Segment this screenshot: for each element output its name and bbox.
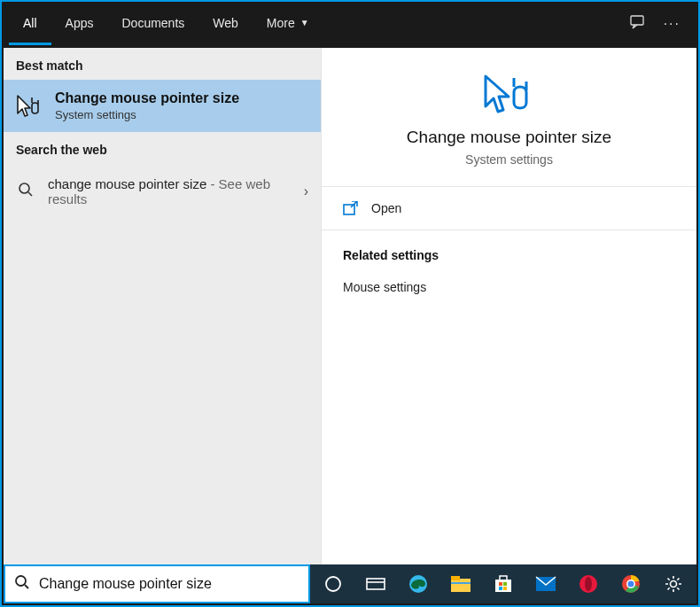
- svg-line-2: [28, 192, 32, 196]
- mail-icon[interactable]: [528, 566, 564, 602]
- best-match-text: Change mouse pointer size System setting…: [55, 90, 239, 121]
- svg-point-1: [19, 183, 29, 193]
- more-options-icon[interactable]: ···: [664, 16, 681, 32]
- chrome-icon[interactable]: [613, 566, 649, 602]
- related-link[interactable]: Mouse settings: [343, 275, 675, 300]
- related-header: Related settings: [343, 248, 675, 262]
- tab-documents[interactable]: Documents: [107, 3, 198, 45]
- svg-rect-18: [503, 587, 507, 590]
- tab-more[interactable]: More ▼: [253, 3, 323, 45]
- svg-rect-7: [367, 579, 385, 589]
- preview-pane: Change mouse pointer size System setting…: [321, 48, 696, 564]
- search-web-header: Search the web: [4, 132, 321, 164]
- tab-all[interactable]: All: [9, 3, 51, 45]
- chevron-right-icon: ›: [304, 183, 308, 199]
- svg-rect-14: [500, 576, 507, 580]
- svg-rect-10: [451, 579, 471, 592]
- feedback-icon[interactable]: [628, 13, 646, 35]
- mouse-pointer-icon: [480, 73, 539, 115]
- preview-title: Change mouse pointer size: [339, 128, 679, 147]
- search-icon: [16, 182, 35, 201]
- best-match-result[interactable]: Change mouse pointer size System setting…: [4, 80, 321, 132]
- open-action[interactable]: Open: [322, 187, 696, 230]
- svg-point-24: [628, 581, 634, 588]
- svg-point-25: [671, 581, 677, 588]
- open-label: Open: [371, 201, 401, 215]
- settings-icon[interactable]: [656, 566, 691, 602]
- cortana-icon[interactable]: [315, 566, 351, 602]
- svg-rect-0: [631, 16, 643, 25]
- svg-rect-12: [451, 582, 471, 584]
- microsoft-store-icon[interactable]: [486, 566, 521, 602]
- svg-rect-15: [499, 582, 502, 586]
- svg-rect-17: [499, 587, 502, 590]
- bottom-bar: [4, 564, 696, 603]
- web-result[interactable]: change mouse pointer size - See web resu…: [4, 164, 321, 219]
- web-result-text: change mouse pointer size - See web resu…: [48, 176, 292, 206]
- search-icon: [14, 574, 30, 594]
- results-pane: Best match Change mouse pointer size Sys…: [4, 48, 321, 564]
- svg-line-5: [25, 585, 28, 588]
- best-match-header: Best match: [4, 48, 321, 80]
- taskbar: [310, 564, 696, 603]
- search-input[interactable]: [39, 576, 299, 592]
- preview-subtitle: System settings: [339, 152, 679, 167]
- open-icon: [343, 201, 359, 215]
- svg-point-6: [326, 577, 340, 591]
- tab-apps[interactable]: Apps: [51, 3, 108, 45]
- svg-rect-11: [451, 576, 460, 580]
- preview-header: Change mouse pointer size System setting…: [322, 48, 696, 187]
- opera-icon[interactable]: [571, 566, 606, 602]
- file-explorer-icon[interactable]: [443, 566, 478, 602]
- mouse-pointer-icon: [16, 94, 43, 119]
- svg-rect-16: [503, 582, 507, 586]
- chevron-down-icon: ▼: [300, 18, 309, 27]
- tab-web[interactable]: Web: [198, 3, 253, 45]
- search-tabs: All Apps Documents Web More ▼ ···: [2, 2, 698, 46]
- tab-more-label: More: [267, 16, 295, 30]
- best-match-subtitle: System settings: [55, 108, 239, 121]
- search-content: Best match Change mouse pointer size Sys…: [4, 48, 696, 564]
- best-match-title: Change mouse pointer size: [55, 90, 239, 106]
- related-settings: Related settings Mouse settings: [322, 230, 696, 317]
- svg-point-4: [16, 576, 26, 586]
- web-result-query: change mouse pointer size: [48, 176, 206, 191]
- task-view-icon[interactable]: [358, 566, 393, 602]
- search-box[interactable]: [4, 564, 310, 603]
- svg-point-21: [585, 577, 592, 591]
- edge-icon[interactable]: [401, 566, 436, 602]
